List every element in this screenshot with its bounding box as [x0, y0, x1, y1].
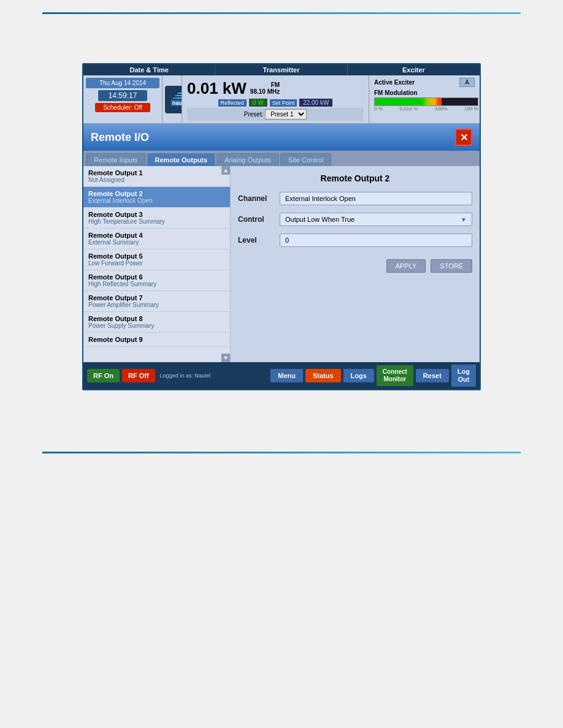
status-button[interactable]: Status [305, 369, 341, 382]
top-info-row: Thu Aug 14 2014 14:59:17 Scheduler: Off … [83, 75, 480, 124]
header-bar: Date & Time Transmitter Exciter [83, 64, 480, 75]
control-label: Control [238, 215, 275, 224]
close-button[interactable]: ✕ [455, 129, 472, 146]
list-item-output-7[interactable]: Remote Output 7 Power Amplifier Summary [83, 291, 230, 312]
transmitter-panel: 0.01 kW FM 98.10 MHz Reflected 0 W Set P… [182, 75, 369, 123]
exciter-panel: Active Exciter A FM Modulation 0 % 0.010… [369, 75, 480, 123]
time-display: 14:59:17 [98, 90, 147, 101]
tabs-row: Remote Inputs Remote Outputs Analog Outp… [83, 151, 480, 166]
mod-current-label: 0.010 % [400, 106, 418, 112]
tab-site-control[interactable]: Site Control [280, 153, 331, 166]
output-7-sub: Power Amplifier Summary [88, 301, 218, 308]
output-list-panel: ▲ Remote Output 1 Not Assigned Remote Ou… [83, 166, 231, 362]
output-8-sub: Power Supply Summary [88, 322, 218, 329]
mod-max-label: 160 % [464, 106, 478, 112]
fm-mhz-col: FM 98.10 MHz [250, 78, 280, 95]
mod-bar-fill [375, 98, 442, 105]
control-select[interactable]: Output Low When True ▼ [280, 213, 472, 226]
output-9-title: Remote Output 9 [88, 336, 218, 343]
datetime-header: Date & Time [83, 64, 215, 75]
channel-label: Channel [238, 194, 275, 203]
output-8-title: Remote Output 8 [88, 315, 218, 322]
control-row: Control Output Low When True ▼ [238, 213, 472, 226]
tab-remote-outputs[interactable]: Remote Outputs [147, 153, 216, 166]
output-1-title: Remote Output 1 [88, 169, 218, 176]
mod-bar-markers: 0 % 0.010 % 100% 160 % [374, 106, 478, 112]
level-label: Level [238, 236, 275, 245]
apply-button[interactable]: APPLY [386, 259, 426, 273]
reset-button[interactable]: Reset [416, 369, 449, 382]
logs-button[interactable]: Logs [343, 369, 374, 382]
date-button[interactable]: Thu Aug 14 2014 [86, 78, 159, 88]
scroll-up-button[interactable]: ▲ [221, 166, 230, 175]
store-button[interactable]: STORE [431, 259, 472, 273]
list-item-output-2[interactable]: Remote Output 2 External Interlock Open [83, 187, 230, 208]
active-exciter-value: A [459, 78, 475, 87]
main-container: Date & Time Transmitter Exciter Thu Aug … [82, 63, 481, 390]
tab-analog-outputs[interactable]: Analog Outputs [216, 153, 279, 166]
menu-button[interactable]: Menu [270, 369, 303, 382]
rf-on-button[interactable]: RF On [87, 369, 120, 382]
list-item-output-6[interactable]: Remote Output 6 High Reflected Summary [83, 270, 230, 291]
tab-remote-inputs[interactable]: Remote Inputs [86, 153, 146, 166]
detail-title: Remote Output 2 [238, 173, 472, 183]
channel-row: Channel External Interlock Open [238, 192, 472, 205]
fm-label: FM [271, 82, 280, 88]
chevron-down-icon: ▼ [461, 216, 467, 223]
content-area: ▲ Remote Output 1 Not Assigned Remote Ou… [83, 166, 480, 362]
preset-dropdown[interactable]: Preset 1 [265, 109, 307, 119]
output-6-sub: High Reflected Summary [88, 281, 218, 287]
frequency-display: 98.10 MHz [250, 88, 280, 95]
output-3-sub: High Temperature Summary [88, 218, 218, 225]
output-3-title: Remote Output 3 [88, 211, 218, 218]
output-5-title: Remote Output 5 [88, 252, 218, 260]
level-row: Level 0 [238, 233, 472, 247]
output-5-sub: Low Forward Power [88, 260, 218, 267]
scroll-down-button[interactable]: ▼ [221, 354, 230, 362]
exciter-row: Active Exciter A [374, 78, 475, 87]
bottom-rule [42, 452, 521, 453]
list-item-output-3[interactable]: Remote Output 3 High Temperature Summary [83, 208, 230, 229]
content-wrapper: ▲ Remote Output 1 Not Assigned Remote Ou… [83, 166, 480, 362]
transmitter-header: Transmitter [215, 64, 347, 75]
preset-row: Preset: Preset 1 [187, 108, 364, 121]
detail-panel: Remote Output 2 Channel External Interlo… [231, 166, 480, 362]
output-4-title: Remote Output 4 [88, 232, 218, 239]
remote-io-title: Remote I/O [91, 131, 149, 144]
reflected-value: 0 W [249, 99, 267, 107]
detail-buttons: APPLY STORE [238, 259, 472, 273]
output-7-title: Remote Output 7 [88, 294, 218, 301]
level-input[interactable]: 0 [280, 233, 472, 247]
rf-off-button[interactable]: RF Off [122, 369, 155, 382]
list-item-output-5[interactable]: Remote Output 5 Low Forward Power [83, 249, 230, 270]
setpoint-value: 22.00 kW [299, 99, 332, 107]
datetime-panel: Thu Aug 14 2014 14:59:17 Scheduler: Off [83, 75, 163, 123]
preset-label: Preset: [244, 111, 264, 118]
output-2-sub: External Interlock Open [88, 197, 218, 204]
list-item-output-8[interactable]: Remote Output 8 Power Supply Summary [83, 312, 230, 333]
logged-in-label: Logged in as: Nautel [158, 373, 269, 379]
scheduler-button[interactable]: Scheduler: Off [95, 103, 150, 112]
mod-min-label: 0 % [374, 106, 383, 112]
fm-modulation-label: FM Modulation [374, 89, 475, 96]
top-rule [42, 12, 521, 14]
reflected-label: Reflected [218, 99, 247, 107]
status-bar: RF On RF Off Logged in as: Nautel Menu S… [83, 362, 480, 389]
list-item-output-4[interactable]: Remote Output 4 External Summary [83, 229, 230, 249]
list-item-output-1[interactable]: Remote Output 1 Not Assigned [83, 166, 230, 187]
active-exciter-label: Active Exciter [374, 79, 456, 86]
mod-100-label: 100% [435, 106, 447, 112]
output-2-title: Remote Output 2 [88, 190, 218, 197]
list-item-output-9[interactable]: Remote Output 9 [83, 333, 230, 347]
setpoint-label: Set Point [270, 99, 297, 107]
modulation-bar [374, 97, 478, 106]
power-display: 0.01 kW [187, 78, 247, 99]
output-4-sub: External Summary [88, 239, 218, 246]
connect-monitor-button[interactable]: Connect Monitor [377, 365, 413, 386]
control-select-value: Output Low When True [285, 216, 354, 223]
logout-button[interactable]: Log Out [451, 365, 476, 387]
power-sub-row: Reflected 0 W Set Point 22.00 kW [187, 99, 364, 107]
exciter-header: Exciter [348, 64, 480, 75]
channel-input[interactable]: External Interlock Open [280, 192, 472, 205]
remote-io-bar: Remote I/O ✕ [83, 124, 480, 151]
